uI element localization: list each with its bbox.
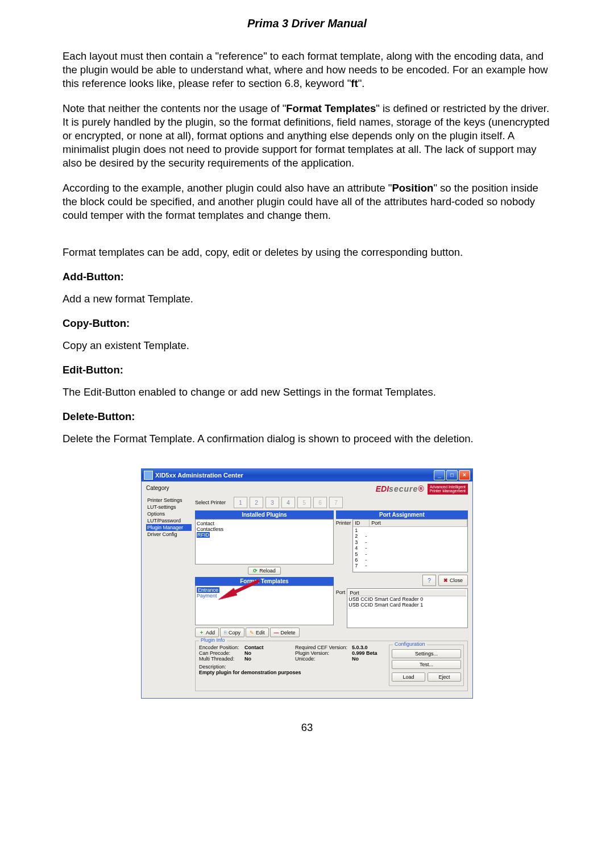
pi-desc-value: Empty plugin for demonstration purposes: [199, 670, 387, 675]
table-row[interactable]: 4-: [355, 545, 466, 551]
brand-logo: EDIsecure®: [376, 484, 424, 493]
minus-icon: —: [274, 630, 279, 636]
text: ".: [358, 77, 365, 89]
help-button[interactable]: ?: [422, 575, 436, 586]
printer-tab-1[interactable]: 1: [234, 497, 247, 508]
category-label: Category: [146, 485, 192, 491]
col-port: Port: [370, 520, 467, 526]
brand-subtitle: Advanced Intelligent Printer Management: [428, 484, 468, 495]
paragraph-4: Format templates can be add, copy, edit …: [63, 246, 551, 259]
load-button[interactable]: Load: [392, 672, 425, 682]
brand-sub-2: Printer Management: [430, 489, 466, 493]
app-window: XID5xx Administration Center _ □ × Categ…: [141, 468, 473, 699]
pi-label: Plugin Version:: [295, 650, 352, 656]
col-id: ID: [353, 520, 370, 526]
plugin-info-group: Plugin Info Encoder Position:Contact Can…: [195, 641, 468, 691]
pi-value: No: [244, 650, 251, 656]
pi-desc-label: Description:: [199, 664, 387, 670]
printer-tab-4[interactable]: 4: [281, 497, 295, 508]
copy-label: Copy: [229, 630, 240, 636]
printer-tab-6[interactable]: 6: [313, 497, 327, 508]
pi-label: Unicode:: [295, 656, 352, 662]
app-icon: [144, 471, 153, 480]
pi-value: No: [244, 656, 251, 662]
plugin-info-table: Encoder Position:Contact Can Precode:No …: [199, 645, 387, 675]
table-row[interactable]: 3-: [355, 539, 466, 545]
text-edit: The Edit-Button enabled to change or add…: [63, 385, 551, 399]
configuration-legend: Configuration: [393, 641, 427, 647]
sidebar-item-plugin-manager[interactable]: Plugin Manager: [146, 524, 192, 531]
table-row[interactable]: 1: [355, 528, 466, 533]
pi-value: Contact: [244, 645, 264, 650]
sidebar-item-lut-settings[interactable]: LUT-settings: [146, 504, 192, 510]
printer-side-label: Printer: [336, 519, 353, 572]
reload-icon: ⟳: [253, 568, 258, 574]
printer-tab-3[interactable]: 3: [265, 497, 279, 508]
settings-button[interactable]: Settings...: [392, 649, 461, 658]
table-row[interactable]: 2-: [355, 533, 466, 539]
format-templates-list[interactable]: Entrance Payment: [195, 585, 334, 625]
pi-label: Can Precode:: [199, 650, 244, 656]
maximize-button[interactable]: □: [446, 470, 458, 480]
printer-tab-5[interactable]: 5: [297, 497, 311, 508]
add-label: Add: [206, 630, 215, 636]
edit-button[interactable]: ✎Edit: [246, 628, 269, 637]
port-side-label: Port: [336, 588, 347, 628]
table-row[interactable]: 7-: [355, 563, 466, 568]
category-sidebar: Printer Settings LUT-settings Options LU…: [146, 497, 192, 691]
pi-label: Encoder Position:: [199, 645, 244, 650]
port-list[interactable]: Port USB CCID Smart Card Reader 0 USB CC…: [347, 588, 468, 628]
close-panel-button[interactable]: ✖ Close: [438, 575, 468, 586]
reload-button[interactable]: ⟳ Reload: [248, 567, 281, 575]
close-icon: ✖: [443, 578, 448, 583]
heading-delete: Delete-Button:: [63, 410, 551, 423]
delete-button[interactable]: —Delete: [270, 628, 300, 637]
eject-button[interactable]: Eject: [428, 672, 461, 682]
text-bold: Format Templates: [286, 102, 376, 114]
sidebar-item-lut-password[interactable]: LUT/Password: [146, 517, 192, 524]
port-item-1[interactable]: USB CCID Smart Card Reader 1: [349, 602, 466, 608]
window-title: XID5xx Administration Center: [155, 472, 243, 479]
ft-item-entrance[interactable]: Entrance: [197, 587, 332, 593]
pi-label: Multi Threaded:: [199, 656, 244, 662]
copy-button[interactable]: ⎘Copy: [220, 628, 244, 637]
printer-tab-2[interactable]: 2: [250, 497, 263, 508]
sidebar-item-printer-settings[interactable]: Printer Settings: [146, 497, 192, 504]
titlebar: XID5xx Administration Center _ □ ×: [142, 469, 472, 481]
close-button[interactable]: ×: [459, 470, 470, 480]
test-button[interactable]: Test...: [392, 660, 461, 669]
format-templates-header: Format Templates: [195, 577, 334, 585]
add-button[interactable]: ＋Add: [195, 628, 219, 637]
copy-icon: ⎘: [224, 630, 227, 636]
brand-star: ®: [418, 484, 424, 493]
sidebar-item-options[interactable]: Options: [146, 510, 192, 517]
heading-add: Add-Button:: [63, 271, 551, 283]
pi-label: Required CEF Version:: [295, 645, 352, 650]
text-bold: Position: [392, 182, 433, 194]
port-item-0[interactable]: USB CCID Smart Card Reader 0: [349, 596, 466, 602]
paragraph-1: Each layout must then contain a "referen…: [63, 49, 551, 90]
pi-value: 5.0.3.0: [352, 645, 368, 650]
table-row[interactable]: 6-: [355, 557, 466, 563]
plugin-item-contact[interactable]: Contact: [197, 521, 332, 526]
plugin-item-rfid[interactable]: RFID: [197, 532, 332, 538]
minimize-button[interactable]: _: [434, 470, 445, 480]
text-add: Add a new format Template.: [63, 292, 551, 306]
configuration-group: Configuration Settings... Test... Load E…: [389, 645, 464, 686]
heading-edit: Edit-Button:: [63, 364, 551, 376]
page-title: Prima 3 Driver Manual: [63, 17, 551, 30]
table-row[interactable]: 5-: [355, 551, 466, 557]
printer-port-table[interactable]: ID Port 1 2- 3- 4- 5-: [352, 519, 468, 572]
port-list-header: Port: [349, 590, 466, 596]
question-icon: ?: [428, 578, 431, 584]
printer-tab-7[interactable]: 7: [329, 497, 343, 508]
installed-plugins-list[interactable]: Contact Contactless RFID: [195, 519, 334, 564]
plugin-info-legend: Plugin Info: [199, 637, 227, 643]
paragraph-3: According to the example, another plugin…: [63, 181, 551, 222]
edit-label: Edit: [256, 630, 265, 636]
plus-icon: ＋: [199, 629, 204, 636]
pi-value: No: [352, 656, 359, 662]
pi-value: 0.999 Beta: [352, 650, 377, 656]
plugin-item-contactless[interactable]: Contactless: [197, 526, 332, 532]
sidebar-item-driver-config[interactable]: Driver Config: [146, 531, 192, 538]
